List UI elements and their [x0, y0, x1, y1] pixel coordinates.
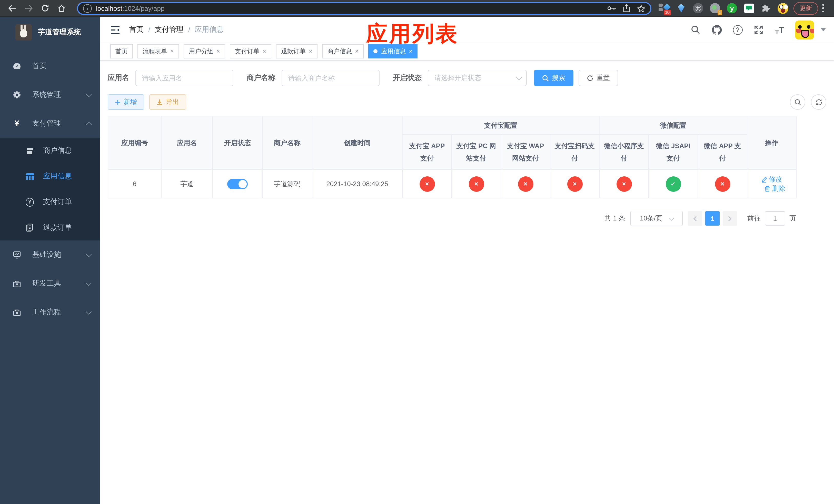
- extension-gem-icon[interactable]: [676, 3, 687, 14]
- dashboard-icon: [13, 62, 21, 70]
- extension-chat-icon[interactable]: [743, 3, 754, 14]
- chevron-down-icon: [669, 215, 674, 221]
- grid-icon: [26, 172, 34, 181]
- user-avatar[interactable]: [795, 20, 814, 39]
- status-select[interactable]: 请选择开启状态: [428, 70, 527, 86]
- sidebar-fold-icon[interactable]: [110, 25, 120, 34]
- sidebar-item-payment[interactable]: ¥ 支付管理: [0, 109, 100, 138]
- add-button[interactable]: 新增: [108, 94, 144, 110]
- table-row: 6 芋道 芋道源码 2021-10-23 08:49:25 × × × × × …: [108, 169, 796, 198]
- col-group-alipay: 支付宝配置: [402, 116, 599, 135]
- status-x-icon: ×: [518, 176, 533, 191]
- browser-back-icon[interactable]: [6, 2, 19, 14]
- delete-link[interactable]: 删除: [764, 184, 785, 193]
- top-navbar: 首页 / 支付管理 / 应用信息 ?: [100, 17, 834, 43]
- merchant-name-input[interactable]: [282, 70, 379, 86]
- col-header-wechat-lite: 微信小程序支付: [599, 135, 649, 169]
- page-unit-label: 页: [789, 214, 796, 223]
- search-button[interactable]: 搜索: [534, 70, 573, 86]
- edit-link[interactable]: 修改: [761, 175, 782, 184]
- tab-refund-order[interactable]: 退款订单×: [276, 44, 317, 59]
- fullscreen-icon[interactable]: [753, 24, 764, 36]
- sidebar-item-infra[interactable]: 基础设施: [0, 240, 100, 269]
- share-icon[interactable]: [623, 4, 630, 12]
- sidebar-item-home[interactable]: 首页: [0, 52, 100, 81]
- prev-page-button[interactable]: [688, 211, 702, 226]
- col-header-wechat-app: 微信 APP 支付: [698, 135, 747, 169]
- browser-update-button[interactable]: 更新: [793, 2, 818, 15]
- browser-menu-icon[interactable]: [822, 4, 824, 13]
- address-bar[interactable]: i localhost:1024/pay/app: [77, 2, 652, 15]
- yen-circle-icon: ¥: [26, 198, 34, 206]
- sidebar-item-refund-order[interactable]: 退款订单: [0, 215, 100, 240]
- app-logo[interactable]: 芋道管理系统: [0, 17, 100, 48]
- browser-home-icon[interactable]: [56, 2, 68, 14]
- app-name-input[interactable]: [135, 70, 233, 86]
- github-icon[interactable]: [711, 24, 722, 36]
- page-content: 应用名 商户名称 开启状态 请选择开启状态 搜索 重置: [100, 61, 834, 504]
- close-icon[interactable]: ×: [309, 48, 312, 55]
- chevron-up-icon: [86, 122, 92, 128]
- col-header-app-name: 应用名: [161, 116, 213, 169]
- next-page-button[interactable]: [723, 211, 737, 226]
- goto-page-input[interactable]: [765, 211, 785, 226]
- chevron-down-icon: [516, 75, 522, 81]
- close-icon[interactable]: ×: [263, 48, 266, 55]
- font-size-icon[interactable]: TT: [774, 24, 785, 36]
- status-toggle[interactable]: [227, 179, 248, 189]
- tab-pay-order[interactable]: 支付订单×: [230, 44, 271, 59]
- export-button[interactable]: 导出: [149, 94, 186, 110]
- tab-merchant-info[interactable]: 商户信息×: [322, 44, 364, 59]
- search-icon[interactable]: [690, 24, 701, 36]
- bookmark-star-icon[interactable]: [637, 4, 645, 12]
- help-icon[interactable]: ?: [732, 24, 743, 36]
- tab-process-form[interactable]: 流程表单×: [137, 44, 179, 59]
- site-info-icon[interactable]: i: [83, 4, 92, 13]
- cell-create-time: 2021-10-23 08:49:25: [312, 169, 402, 198]
- cell-app-id: 6: [108, 169, 161, 198]
- browser-forward-icon[interactable]: [23, 2, 35, 14]
- app-table: 应用编号 应用名 开启状态 商户名称 创建时间 支付宝配置 微信配置 操作 支付…: [108, 116, 796, 199]
- close-icon[interactable]: ×: [355, 48, 358, 55]
- sidebar-item-merchant-info[interactable]: 商户信息: [0, 138, 100, 164]
- page-size-select[interactable]: 10条/页: [630, 211, 683, 226]
- extension-y-icon[interactable]: y: [726, 3, 738, 14]
- extension-circle-icon[interactable]: 1: [709, 3, 721, 14]
- yen-icon: ¥: [13, 119, 21, 128]
- tab-user-group[interactable]: 用户分组×: [184, 44, 225, 59]
- status-x-icon: ×: [616, 176, 632, 191]
- page-number-button[interactable]: 1: [705, 211, 720, 226]
- col-group-wechat: 微信配置: [599, 116, 747, 135]
- sidebar-item-app-info[interactable]: 应用信息: [0, 164, 100, 189]
- breadcrumb-payment[interactable]: 支付管理: [155, 25, 184, 35]
- sidebar-item-devtools[interactable]: 研发工具: [0, 269, 100, 298]
- search-form: 应用名 商户名称 开启状态 请选择开启状态 搜索 重置: [108, 70, 826, 86]
- sidebar-item-pay-order[interactable]: ¥ 支付订单: [0, 189, 100, 215]
- sidebar-item-workflow[interactable]: 工作流程: [0, 298, 100, 327]
- refresh-button[interactable]: [811, 94, 826, 110]
- browser-reload-icon[interactable]: [39, 2, 51, 14]
- extensions-puzzle-icon[interactable]: [760, 3, 771, 14]
- close-icon[interactable]: ×: [216, 48, 220, 55]
- col-header-alipay-wap: 支付宝 WAP 网站支付: [501, 135, 550, 169]
- url-text: localhost:1024/pay/app: [96, 4, 164, 12]
- browser-toolbar: i localhost:1024/pay/app 10 ⌘: [0, 0, 834, 17]
- breadcrumb: 首页 / 支付管理 / 应用信息: [129, 25, 224, 35]
- extension-tabs-icon[interactable]: 10: [659, 3, 670, 14]
- extension-emoji-icon[interactable]: [777, 3, 788, 14]
- col-header-create-time: 创建时间: [312, 116, 402, 169]
- app-title: 芋道管理系统: [38, 28, 81, 37]
- sidebar-item-system[interactable]: 系统管理: [0, 81, 100, 109]
- toggle-search-button[interactable]: [790, 94, 805, 110]
- tab-home[interactable]: 首页: [110, 44, 133, 59]
- reset-button[interactable]: 重置: [578, 70, 618, 86]
- close-icon[interactable]: ×: [170, 48, 174, 55]
- avatar-caret-icon[interactable]: [821, 28, 826, 31]
- password-key-icon[interactable]: [607, 6, 616, 11]
- extension-badge: 1: [717, 10, 722, 15]
- document-icon: [26, 224, 34, 232]
- breadcrumb-home[interactable]: 首页: [129, 25, 144, 35]
- goto-label: 前往: [747, 214, 761, 223]
- close-icon[interactable]: ×: [409, 48, 412, 55]
- extension-command-icon[interactable]: ⌘: [693, 3, 704, 14]
